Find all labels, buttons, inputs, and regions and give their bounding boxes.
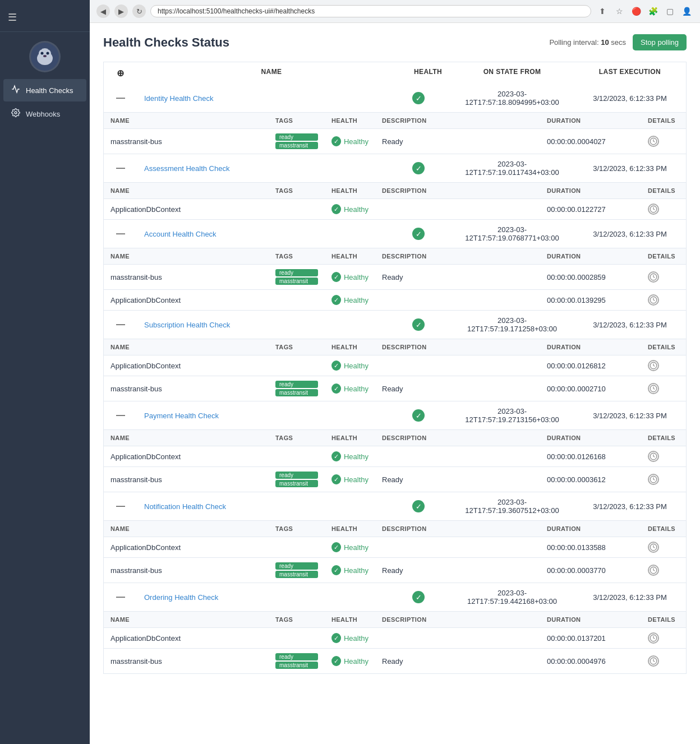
collapse-icon[interactable]: — [104, 405, 137, 426]
star-icon[interactable]: ☆ [612, 4, 626, 18]
history-icon[interactable] [648, 204, 659, 215]
collapse-icon[interactable]: — [104, 496, 137, 517]
service-row: — Notification Health Check ✓ 2023-03-12… [103, 492, 687, 521]
back-button[interactable]: ◀ [96, 4, 110, 18]
sub-table: NAMETAGSHEALTHDESCRIPTIONDURATIONDETAILS… [103, 612, 687, 674]
check-tags: readymasstransit [269, 265, 325, 289]
sub-col-header-1: TAGS [269, 612, 325, 627]
check-details[interactable] [641, 355, 686, 376]
history-icon[interactable] [648, 542, 659, 553]
share-icon[interactable]: ⬆ [596, 4, 609, 18]
service-name[interactable]: Account Health Check [137, 224, 406, 244]
check-name: ApplicationDbContext [104, 539, 269, 556]
service-name[interactable]: Identity Health Check [137, 89, 406, 108]
col-name-header: NAME [137, 62, 406, 84]
sub-col-header-3: DESCRIPTION [375, 521, 540, 537]
sub-col-header-3: DESCRIPTION [375, 248, 540, 264]
sub-col-header-4: DURATION [540, 521, 641, 537]
webhooks-label: Webhooks [26, 110, 60, 118]
history-icon[interactable] [648, 294, 659, 306]
collapse-icon[interactable]: — [104, 158, 137, 179]
on-state-from: 2023-03-12T17:57:18.8094995+03:00 [450, 84, 574, 112]
check-duration: 00:00:00.0004027 [540, 133, 641, 150]
history-icon[interactable] [648, 271, 659, 283]
health-check-icon: ✓ [331, 204, 341, 214]
service-row: — Assessment Health Check ✓ 2023-03-12T1… [103, 154, 687, 183]
check-details[interactable] [641, 267, 686, 287]
collapse-icon[interactable]: — [104, 586, 137, 608]
health-badge: ✓ Healthy [331, 272, 369, 282]
check-details[interactable] [641, 378, 686, 399]
reload-button[interactable]: ↻ [132, 4, 146, 18]
plus-icon[interactable]: ⊕ [117, 68, 124, 78]
last-execution: 3/12/2023, 6:12:33 PM [574, 224, 686, 244]
history-icon[interactable] [648, 655, 659, 667]
check-tags [269, 361, 325, 370]
service-name[interactable]: Assessment Health Check [137, 159, 406, 178]
health-badge: ✓ Healthy [331, 383, 369, 394]
sub-col-header-2: HEALTH [325, 430, 375, 446]
sub-header-row: NAMETAGSHEALTHDESCRIPTIONDURATIONDETAILS [104, 612, 686, 628]
check-duration: 00:00:00.0126812 [540, 357, 641, 375]
check-details[interactable] [641, 131, 686, 151]
history-icon[interactable] [648, 383, 659, 394]
check-details[interactable] [641, 290, 686, 310]
on-state-from: 2023-03-12T17:57:19.171258+03:00 [450, 311, 574, 339]
collapse-icon[interactable]: — [104, 87, 137, 109]
health-label: Healthy [344, 543, 369, 552]
check-details[interactable] [641, 446, 686, 466]
history-icon[interactable] [648, 136, 659, 147]
check-details[interactable] [641, 199, 686, 219]
hamburger-icon[interactable]: ☰ [8, 11, 17, 24]
profile-icon[interactable]: 👤 [680, 4, 693, 18]
extension-icon[interactable]: 🔴 [629, 4, 643, 18]
history-icon[interactable] [648, 474, 659, 485]
tag: masstransit [275, 480, 318, 487]
service-health: ✓ [406, 495, 450, 518]
check-details[interactable] [641, 469, 686, 489]
check-details[interactable] [641, 651, 686, 671]
check-name: ApplicationDbContext [104, 201, 269, 218]
health-indicator: ✓ [412, 318, 425, 331]
collapse-icon[interactable]: — [104, 223, 137, 244]
health-table: ⊕ NAME HEALTH ON STATE FROM LAST EXECUTI… [103, 62, 687, 674]
last-execution: 3/12/2023, 6:12:33 PM [574, 406, 686, 426]
check-tags [269, 205, 325, 214]
service-row: — Identity Health Check ✓ 2023-03-12T17:… [103, 84, 687, 113]
table-row: ApplicationDbContext ✓ Healthy 00:00:00.… [104, 446, 686, 467]
sidebar-item-webhooks[interactable]: Webhooks [3, 103, 86, 125]
check-details[interactable] [641, 560, 686, 580]
check-name: ApplicationDbContext [104, 357, 269, 375]
sub-header-row: NAMETAGSHEALTHDESCRIPTIONDURATIONDETAILS [104, 113, 686, 129]
last-execution: 3/12/2023, 6:12:33 PM [574, 159, 686, 178]
sub-col-header-2: HEALTH [325, 612, 375, 627]
health-indicator: ✓ [412, 92, 425, 104]
check-health: ✓ Healthy [325, 267, 375, 286]
history-icon[interactable] [648, 632, 659, 644]
forward-button[interactable]: ▶ [114, 4, 128, 18]
check-name: ApplicationDbContext [104, 292, 269, 309]
check-details[interactable] [641, 537, 686, 557]
service-name[interactable]: Notification Health Check [137, 497, 406, 516]
check-details[interactable] [641, 628, 686, 648]
history-icon[interactable] [648, 360, 659, 371]
window-icon[interactable]: ▢ [663, 4, 676, 18]
service-name[interactable]: Payment Health Check [137, 406, 406, 426]
history-icon[interactable] [648, 565, 659, 576]
history-icon[interactable] [648, 451, 659, 462]
health-check-icon: ✓ [331, 295, 341, 305]
sub-table: NAMETAGSHEALTHDESCRIPTIONDURATIONDETAILS… [103, 521, 687, 583]
health-badge: ✓ Healthy [331, 474, 369, 484]
sidebar-item-health-checks[interactable]: Health Checks [3, 79, 86, 101]
check-name: ApplicationDbContext [104, 448, 269, 465]
check-name: masstransit-bus [104, 653, 269, 670]
health-checks-label: Health Checks [26, 86, 73, 95]
service-name[interactable]: Subscription Health Check [137, 315, 406, 335]
puzzle-icon[interactable]: 🧩 [646, 4, 660, 18]
service-name[interactable]: Ordering Health Check [137, 588, 406, 607]
url-bar[interactable]: https://localhost:5100/healthchecks-ui#/… [150, 5, 591, 17]
last-execution: 3/12/2023, 6:12:33 PM [574, 89, 686, 108]
stop-polling-button[interactable]: Stop polling [633, 34, 687, 50]
collapse-icon[interactable]: — [104, 314, 137, 335]
health-label: Healthy [344, 452, 369, 461]
